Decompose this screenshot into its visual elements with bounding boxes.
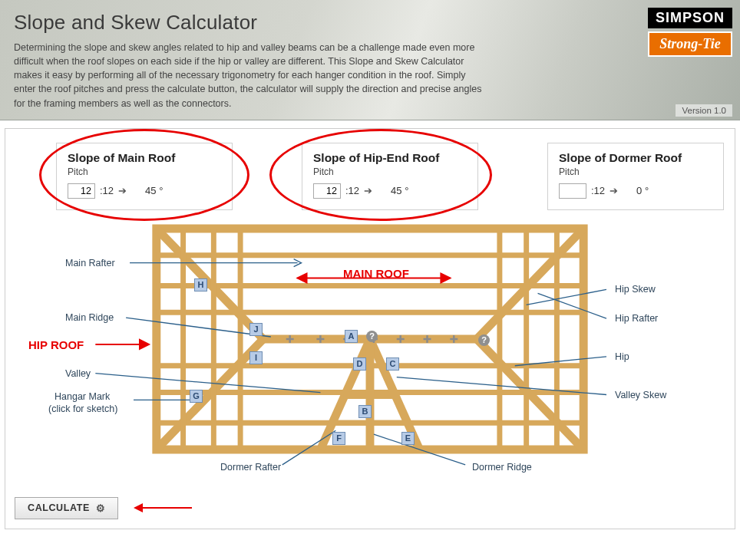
description: Determining the slope and skew angles re…: [14, 41, 490, 110]
marker-a[interactable]: A: [345, 330, 358, 343]
marker-c[interactable]: C: [386, 357, 399, 371]
label-main-roof: MAIN ROOF: [343, 267, 409, 280]
main-roof-box: Slope of Main Roof Pitch :12 ➔ 45 °: [56, 143, 233, 210]
label-hip-rafter: Hip Rafter: [615, 313, 658, 324]
label-hip: Hip: [615, 351, 629, 362]
arrow-right-icon: ➔: [610, 185, 618, 196]
marker-j[interactable]: J: [249, 323, 263, 336]
dormer-roof-box: Slope of Dormer Roof Pitch :12 ➔ 0 °: [547, 143, 724, 210]
label-dormer-rafter: Dormer Rafter: [220, 462, 281, 473]
marker-h[interactable]: H: [194, 278, 207, 292]
label-main-rafter: Main Rafter: [65, 258, 115, 268]
hip-end-roof-pitch-input[interactable]: [313, 183, 341, 199]
annotation-arrow-calc: [132, 502, 193, 513]
marker-b[interactable]: B: [358, 405, 372, 418]
hip-end-roof-box: Slope of Hip-End Roof Pitch :12 ➔ 45 °: [302, 143, 478, 210]
main-roof-sub: Pitch: [68, 166, 221, 177]
main-roof-pitch-input[interactable]: [68, 183, 95, 199]
calculator-stage: Slope of Main Roof Pitch :12 ➔ 45 ° Slop…: [5, 128, 735, 529]
spacer: [494, 143, 532, 210]
roof-svg: [19, 221, 721, 473]
main-roof-title: Slope of Main Roof: [68, 151, 221, 165]
calculate-button[interactable]: CALCULATE ⚙: [15, 497, 118, 519]
hip-end-roof-base: :12: [345, 185, 359, 196]
label-dormer-ridge: Dormer Ridge: [472, 462, 532, 473]
label-hip-roof: HIP ROOF: [28, 338, 84, 351]
pitch-inputs: Slope of Main Roof Pitch :12 ➔ 45 ° Slop…: [56, 143, 725, 210]
label-main-ridge: Main Ridge: [65, 312, 114, 323]
svg-marker-2: [441, 273, 450, 282]
page-title: Slope and Skew Calculator: [14, 11, 726, 35]
spacer: [248, 143, 286, 210]
help-marker-right[interactable]: ?: [478, 334, 490, 346]
marker-g[interactable]: G: [190, 390, 203, 403]
main-roof-base: :12: [100, 185, 114, 196]
dormer-roof-pitch-input[interactable]: [559, 183, 586, 199]
hip-end-roof-title: Slope of Hip-End Roof: [313, 151, 467, 165]
arrow-right-icon: ➔: [118, 185, 127, 196]
header: Slope and Skew Calculator Determining th…: [0, 0, 740, 120]
label-hip-skew: Hip Skew: [615, 284, 656, 295]
marker-e[interactable]: E: [401, 432, 415, 445]
label-hangar-mark: Hangar Mark: [55, 391, 110, 402]
marker-i[interactable]: I: [249, 351, 263, 364]
dormer-roof-base: :12: [591, 185, 605, 196]
brand-block: SIMPSON Strong-Tie: [648, 8, 732, 57]
dormer-roof-sub: Pitch: [559, 166, 712, 177]
svg-marker-1: [298, 273, 307, 282]
hip-end-roof-sub: Pitch: [313, 166, 467, 177]
label-hangar-sub: (click for sketch): [48, 404, 117, 414]
calculate-label: CALCULATE: [28, 502, 90, 513]
gear-icon: ⚙: [96, 502, 106, 514]
dormer-roof-title: Slope of Dormer Roof: [559, 151, 712, 165]
label-valley-skew: Valley Skew: [615, 390, 666, 400]
hip-end-roof-angle: 45 °: [391, 185, 408, 196]
brand-strongtie: Strong-Tie: [648, 31, 732, 57]
main-roof-angle: 45 °: [145, 185, 163, 196]
brand-simpson: SIMPSON: [648, 8, 732, 28]
dormer-roof-angle: 0 °: [636, 185, 649, 196]
help-marker-ridge[interactable]: ?: [366, 331, 378, 342]
label-valley: Valley: [65, 368, 91, 379]
marker-d[interactable]: D: [353, 357, 366, 371]
svg-marker-6: [134, 503, 143, 512]
roof-diagram: H J I G A D C B F E ? ? Main Rafter Main…: [19, 221, 721, 482]
arrow-right-icon: ➔: [364, 185, 372, 196]
svg-marker-4: [140, 340, 149, 349]
marker-f[interactable]: F: [332, 432, 345, 445]
version-badge: Version 1.0: [676, 104, 732, 117]
